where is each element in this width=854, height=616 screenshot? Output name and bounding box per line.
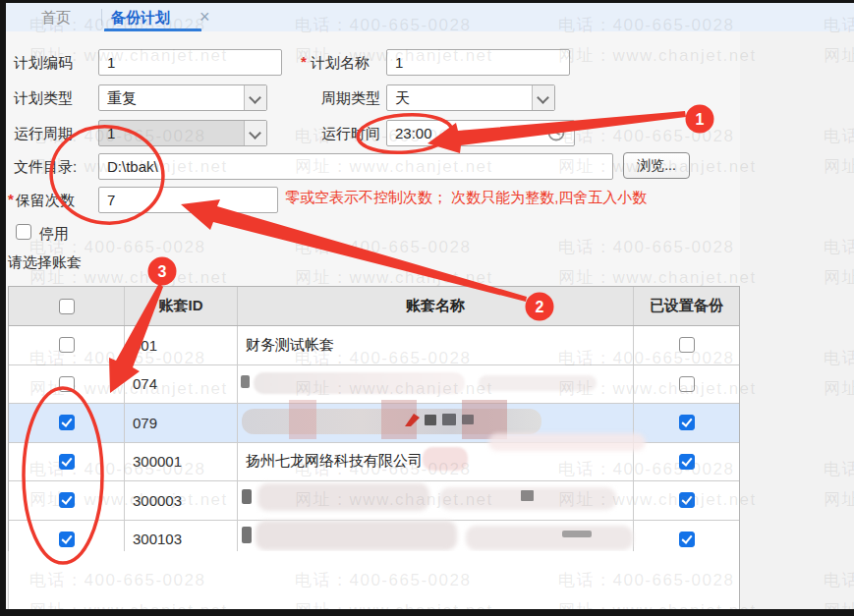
backup-set-checkbox[interactable] <box>679 415 695 430</box>
chevron-down-icon[interactable] <box>244 121 266 145</box>
redaction-smudge <box>254 372 465 394</box>
plan-name-label: 计划名称 <box>311 53 370 73</box>
tab-backup-plan[interactable]: 备份计划 <box>111 3 170 31</box>
column-header-account-id: 账套ID <box>124 287 237 325</box>
table-row[interactable]: 001 财务测试帐套 <box>9 326 739 365</box>
chevron-down-icon[interactable] <box>244 85 266 110</box>
redaction-smudge <box>257 483 429 511</box>
run-period-label: 运行周期 <box>14 124 73 143</box>
watermark-text: 网址：www.chanjet.net <box>824 377 854 400</box>
select-account-caption: 请选择账套 <box>8 252 82 272</box>
run-time-label: 运行时间 <box>321 124 380 143</box>
redaction-smudge <box>241 375 250 388</box>
plan-code-input[interactable]: 1 <box>98 49 282 76</box>
clock-icon[interactable] <box>546 123 566 142</box>
tab-bar: 首页 备份计划 × <box>6 3 854 31</box>
account-name-cell <box>237 481 633 520</box>
backup-set-checkbox[interactable] <box>679 337 695 353</box>
column-header-backup-set: 已设置备份 <box>633 287 739 325</box>
disable-checkbox[interactable] <box>16 224 31 240</box>
redaction-smudge <box>521 490 534 501</box>
plan-type-value: 重复 <box>107 85 137 110</box>
backup-set-checkbox[interactable] <box>679 492 695 508</box>
tab-home[interactable]: 首页 <box>41 3 71 31</box>
watermark-text: 网址：www.chanjet.net <box>824 488 854 511</box>
account-id-cell: 001 <box>124 326 237 364</box>
redaction-smudge <box>423 447 468 471</box>
watermark-text: 电话：400-665-0028 <box>824 347 854 369</box>
redaction-smudge <box>289 400 316 439</box>
keep-count-input[interactable]: 7 <box>98 187 278 213</box>
backup-set-checkbox[interactable] <box>679 376 695 392</box>
redaction-smudge <box>242 489 252 504</box>
column-header-account-name: 账套名称 <box>237 287 633 325</box>
tab-separator <box>101 9 102 26</box>
period-type-value: 天 <box>395 85 410 110</box>
account-name-cell: 财务测试帐套 <box>237 326 633 364</box>
disable-label: 停用 <box>39 224 69 244</box>
plan-type-dropdown[interactable]: 重复 <box>98 84 267 111</box>
select-all-checkbox[interactable] <box>59 299 75 314</box>
plan-type-label: 计划类型 <box>14 88 73 108</box>
keep-count-label: 保留次数 <box>16 191 75 210</box>
run-period-value: 1 <box>107 121 115 145</box>
account-id-cell: 074 <box>124 365 237 404</box>
table-row[interactable]: 300003 <box>9 481 739 521</box>
redaction-smudge <box>479 375 597 391</box>
row-select-checkbox[interactable] <box>59 415 75 430</box>
account-name-cell: 扬州七龙网络科技有限公司 <box>237 443 633 481</box>
account-set-table: 账套ID 账套名称 已设置备份 001 财务测试帐套 074 079 <box>8 286 740 559</box>
watermark-text: 电话：400-665-0028 <box>824 125 854 147</box>
watermark-text: 电话：400-665-0028 <box>824 458 854 480</box>
account-id-cell: 079 <box>124 404 237 442</box>
table-header-row: 账套ID 账套名称 已设置备份 <box>9 287 739 326</box>
period-type-label: 周期类型 <box>321 88 380 108</box>
redaction-smudge <box>466 526 633 550</box>
plan-name-input[interactable]: 1 <box>386 49 570 76</box>
file-dir-label: 文件目录: <box>14 157 77 177</box>
watermark-text: 电话：400-665-0028 <box>824 569 854 591</box>
redaction-smudge <box>562 531 592 537</box>
row-select-checkbox[interactable] <box>59 532 75 547</box>
watermark-text: 网址：www.chanjet.net <box>824 266 854 289</box>
backup-set-checkbox[interactable] <box>679 532 695 547</box>
redaction-smudge <box>462 415 474 424</box>
table-row[interactable]: 074 <box>9 365 739 405</box>
run-period-dropdown[interactable]: 1 <box>98 120 267 146</box>
redaction-smudge <box>425 415 436 425</box>
backup-set-checkbox[interactable] <box>679 454 695 470</box>
account-name-cell <box>237 365 633 404</box>
browse-button[interactable]: 浏览... <box>623 152 690 179</box>
redaction-smudge <box>242 527 252 543</box>
redaction-smudge <box>256 521 457 550</box>
table-row[interactable]: 300001 扬州七龙网络科技有限公司 <box>9 443 739 482</box>
close-tab-icon[interactable]: × <box>199 3 210 30</box>
row-select-checkbox[interactable] <box>59 454 75 470</box>
account-id-cell: 300003 <box>124 481 237 520</box>
window-edge-top <box>0 0 854 3</box>
plan-code-label: 计划编码 <box>14 53 73 73</box>
chevron-down-icon[interactable] <box>532 85 554 110</box>
row-select-checkbox[interactable] <box>59 492 75 508</box>
period-type-dropdown[interactable]: 天 <box>386 84 555 111</box>
file-dir-input[interactable]: D:\tbak\ <box>98 153 613 180</box>
keep-count-hint: 零或空表示不控制次数； 次数只能为整数,四舍五入小数 <box>285 189 647 207</box>
plan-name-required-star: * <box>301 53 307 70</box>
keep-count-required-star: * <box>8 191 14 207</box>
account-id-cell: 300001 <box>124 443 237 481</box>
watermark-text: 网址：www.chanjet.net <box>824 44 854 67</box>
window-edge-left <box>0 0 6 616</box>
window-edge-bottom <box>0 609 854 616</box>
row-select-checkbox[interactable] <box>59 337 75 353</box>
redaction-smudge <box>488 433 646 451</box>
redaction-smudge <box>442 414 456 425</box>
row-select-checkbox[interactable] <box>59 376 75 392</box>
watermark-text: 网址：www.chanjet.net <box>824 155 854 178</box>
table-footer-empty-area <box>8 551 740 609</box>
watermark-text: 电话：400-665-0028 <box>824 236 854 258</box>
